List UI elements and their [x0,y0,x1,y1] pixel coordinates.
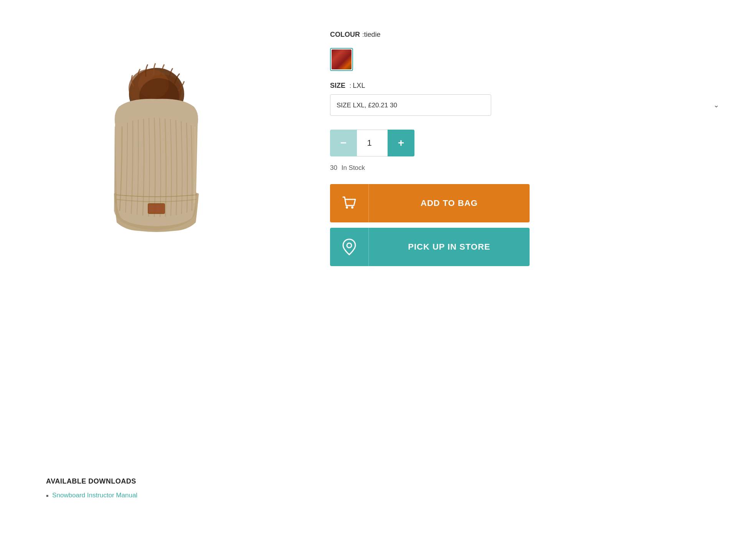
size-row: SIZE : LXL SIZE LXL, £20.21 30 ⌄ [330,82,725,116]
swatch-inner [332,49,352,69]
add-to-bag-button[interactable]: ADD TO BAG [368,184,530,222]
svg-point-9 [347,243,352,248]
colour-row: COLOUR : tiedie [330,31,725,39]
product-details-section: COLOUR : tiedie SIZE : LXL SIZE LXL, £ [307,15,756,541]
pickup-button[interactable]: PICK UP IN STORE [368,228,530,266]
product-image [54,50,253,249]
quantity-plus-button[interactable]: + [388,130,414,156]
downloads-title: AVAILABLE DOWNLOADS [46,477,137,485]
size-label: SIZE [330,82,345,89]
download-link[interactable]: Snowboard Instructor Manual [52,492,137,499]
size-value: LXL [353,82,365,89]
size-select-wrapper: SIZE LXL, £20.21 30 ⌄ [330,94,725,116]
quantity-input[interactable] [357,130,388,156]
product-image-wrapper [42,38,265,261]
add-to-bag-row: ADD TO BAG [330,184,530,222]
location-icon-button[interactable] [330,228,368,266]
stock-label: In Stock [342,164,365,171]
colour-swatch-container [330,48,725,71]
location-icon [342,239,357,255]
pickup-row: PICK UP IN STORE [330,228,530,266]
quantity-minus-button[interactable]: − [330,130,357,156]
svg-point-8 [351,206,353,209]
plus-icon: + [398,137,404,149]
cart-icon [341,195,358,212]
minus-icon: − [340,137,347,149]
download-item: Snowboard Instructor Manual [46,492,137,499]
colour-value: tiedie [364,31,380,39]
product-image-section [0,15,307,541]
colour-swatch-tiedie[interactable] [330,48,353,71]
svg-point-7 [346,206,348,209]
chevron-down-icon: ⌄ [713,101,719,109]
downloads-list: Snowboard Instructor Manual [46,492,137,499]
quantity-row: − + [330,130,725,156]
stock-row: 30 In Stock [330,164,725,172]
colour-label: COLOUR [330,31,360,39]
stock-count: 30 [330,164,337,171]
cart-icon-button[interactable] [330,184,368,222]
size-select[interactable]: SIZE LXL, £20.21 30 [330,94,491,116]
svg-rect-6 [149,204,164,213]
downloads-section: AVAILABLE DOWNLOADS Snowboard Instructor… [46,477,137,502]
colour-section: COLOUR : tiedie [330,31,725,71]
